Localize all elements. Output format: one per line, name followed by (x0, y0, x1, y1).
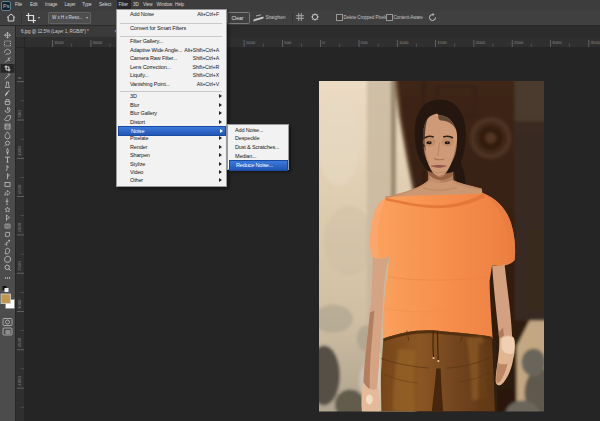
svg-text:0: 0 (17, 76, 22, 79)
svg-text:2000: 2000 (17, 222, 22, 232)
svg-text:3500: 3500 (590, 40, 600, 45)
svg-text:1500: 1500 (437, 40, 447, 45)
svg-text:Ps: Ps (3, 3, 10, 9)
svg-text:500: 500 (17, 110, 22, 118)
svg-text:500: 500 (284, 40, 292, 45)
svg-text:1000: 1000 (399, 40, 409, 45)
svg-text:3000: 3000 (17, 299, 22, 309)
svg-text:3000: 3000 (552, 40, 562, 45)
svg-text:0: 0 (322, 40, 325, 45)
svg-text:2500: 2500 (17, 261, 22, 271)
svg-text:500: 500 (361, 40, 369, 45)
svg-text:2000: 2000 (476, 40, 486, 45)
svg-text:3500: 3500 (54, 40, 64, 45)
svg-text:1000: 1000 (246, 40, 256, 45)
svg-text:4000: 4000 (17, 376, 22, 386)
svg-text:3500: 3500 (17, 337, 22, 347)
svg-text:1000: 1000 (17, 146, 22, 156)
svg-text:2500: 2500 (514, 40, 524, 45)
svg-text:3000: 3000 (93, 40, 103, 45)
svg-text:1500: 1500 (17, 184, 22, 194)
